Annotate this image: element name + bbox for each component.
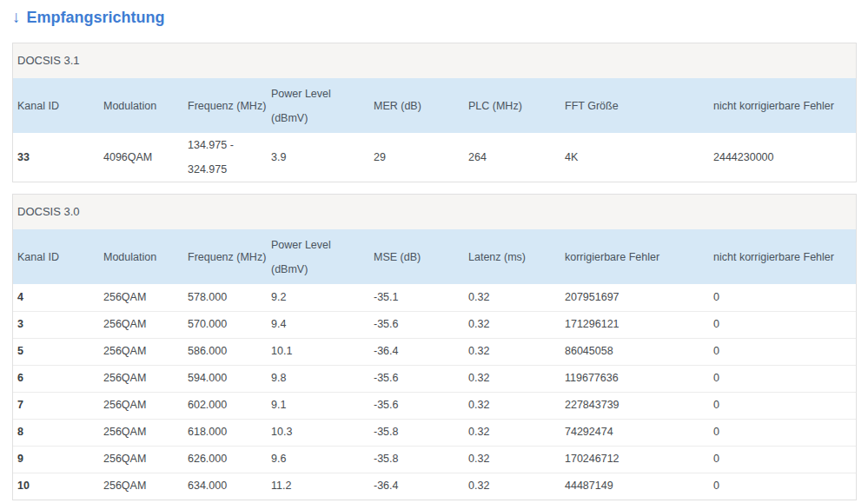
down-arrow-icon: ↓ (12, 9, 21, 25)
table-cell: 618.000 (183, 419, 267, 446)
table-cell: 9.1 (267, 392, 369, 419)
docsis31-section-title: DOCSIS 3.1 (13, 43, 856, 78)
table-cell: 9.2 (267, 284, 369, 311)
table-cell: 6 (13, 365, 99, 392)
table-cell: 9.8 (267, 365, 369, 392)
column-header: nicht korrigierbare Fehler (709, 78, 856, 133)
table-row: 9256QAM626.0009.6-35.80.321702467120 (13, 446, 856, 473)
table-cell: 0.32 (464, 392, 560, 419)
table-cell: 9.4 (267, 311, 369, 338)
table-cell: -35.8 (369, 446, 464, 473)
docsis31-table: Kanal IDModulationFrequenz (MHz)Power Le… (13, 78, 856, 182)
table-cell: 0 (709, 284, 856, 311)
column-header: PLC (MHz) (464, 78, 560, 133)
table-row: 8256QAM618.00010.3-35.80.32742924740 (13, 419, 856, 446)
column-header: MSE (dB) (369, 229, 464, 284)
table-cell: 207951697 (560, 284, 709, 311)
table-cell: 570.000 (183, 311, 267, 338)
table-cell: 256QAM (99, 419, 183, 446)
table-cell: 119677636 (560, 365, 709, 392)
column-header: Power Level (dBmV) (267, 78, 369, 133)
table-cell: 11.2 (267, 473, 369, 500)
table-cell: 3.9 (267, 133, 369, 182)
table-cell: 33 (13, 133, 99, 182)
page-title: ↓ Empfangsrichtung (12, 9, 857, 27)
column-header: Power Level (dBmV) (267, 229, 369, 284)
table-cell: 134.975 - 324.975 (183, 133, 267, 182)
table-row: 5256QAM586.00010.1-36.40.32860450580 (13, 338, 856, 365)
table-cell: 9.6 (267, 446, 369, 473)
table-cell: 256QAM (99, 473, 183, 500)
docsis30-section-title: DOCSIS 3.0 (13, 195, 856, 229)
table-cell: -35.6 (369, 311, 464, 338)
table-cell: 256QAM (99, 365, 183, 392)
table-cell: 10.1 (267, 338, 369, 365)
table-cell: -36.4 (369, 473, 464, 500)
table-row: 3256QAM570.0009.4-35.60.321712961210 (13, 311, 856, 338)
table-cell: 0.32 (464, 419, 560, 446)
table-cell: 10 (13, 473, 99, 500)
table-cell: 0 (709, 392, 856, 419)
table-row: 334096QAM134.975 - 324.9753.9292644K2444… (13, 133, 856, 182)
table-cell: 10.3 (267, 419, 369, 446)
column-header: Modulation (99, 229, 183, 284)
table-cell: 0 (709, 338, 856, 365)
table-cell: 0.32 (464, 284, 560, 311)
table-cell: 29 (369, 133, 464, 182)
table-row: 7256QAM602.0009.1-35.60.322278437390 (13, 392, 856, 419)
table-row: 4256QAM578.0009.2-35.10.322079516970 (13, 284, 856, 311)
column-header: korrigierbare Fehler (560, 229, 709, 284)
page-title-label: Empfangsrichtung (27, 9, 165, 27)
table-cell: -35.8 (369, 419, 464, 446)
table-row: 10256QAM634.00011.2-36.40.32444871490 (13, 473, 856, 500)
docsis30-table-body: 4256QAM578.0009.2-35.10.3220795169703256… (13, 284, 856, 500)
table-cell: 256QAM (99, 311, 183, 338)
table-cell: 578.000 (183, 284, 267, 311)
table-cell: 256QAM (99, 284, 183, 311)
table-cell: 4K (560, 133, 709, 182)
docsis30-table-header: Kanal IDModulationFrequenz (MHz)Power Le… (13, 229, 856, 284)
table-cell: 0 (709, 365, 856, 392)
table-cell: 0 (709, 419, 856, 446)
column-header: nicht korrigierbare Fehler (709, 229, 856, 284)
docsis31-table-header: Kanal IDModulationFrequenz (MHz)Power Le… (13, 78, 856, 133)
table-cell: -35.1 (369, 284, 464, 311)
table-cell: 74292474 (560, 419, 709, 446)
column-header: Kanal ID (13, 229, 99, 284)
table-cell: 227843739 (560, 392, 709, 419)
table-cell: -36.4 (369, 338, 464, 365)
table-cell: 0 (709, 473, 856, 500)
table-cell: 256QAM (99, 392, 183, 419)
docsis30-panel: DOCSIS 3.0 Kanal IDModulationFrequenz (M… (12, 194, 857, 500)
table-cell: 586.000 (183, 338, 267, 365)
table-cell: 5 (13, 338, 99, 365)
table-cell: 86045058 (560, 338, 709, 365)
column-header: Modulation (99, 78, 183, 133)
table-cell: 634.000 (183, 473, 267, 500)
table-cell: 256QAM (99, 338, 183, 365)
column-header: Kanal ID (13, 78, 99, 133)
table-cell: 8 (13, 419, 99, 446)
table-cell: -35.6 (369, 365, 464, 392)
table-cell: 9 (13, 446, 99, 473)
table-cell: 0.32 (464, 446, 560, 473)
column-header: Frequenz (MHz) (183, 78, 267, 133)
table-cell: 3 (13, 311, 99, 338)
header-row: Kanal IDModulationFrequenz (MHz)Power Le… (13, 229, 856, 284)
table-cell: 0.32 (464, 473, 560, 500)
table-cell: 0.32 (464, 311, 560, 338)
header-row: Kanal IDModulationFrequenz (MHz)Power Le… (13, 78, 856, 133)
docsis30-table: Kanal IDModulationFrequenz (MHz)Power Le… (13, 229, 856, 500)
column-header: MER (dB) (369, 78, 464, 133)
table-cell: 0.32 (464, 365, 560, 392)
table-cell: 594.000 (183, 365, 267, 392)
table-cell: 4096QAM (99, 133, 183, 182)
table-cell: 170246712 (560, 446, 709, 473)
table-cell: 2444230000 (709, 133, 856, 182)
docsis31-panel: DOCSIS 3.1 Kanal IDModulationFrequenz (M… (12, 43, 857, 182)
table-cell: 264 (464, 133, 560, 182)
table-cell: 602.000 (183, 392, 267, 419)
table-cell: 7 (13, 392, 99, 419)
table-cell: 0 (709, 311, 856, 338)
column-header: FFT Größe (560, 78, 709, 133)
